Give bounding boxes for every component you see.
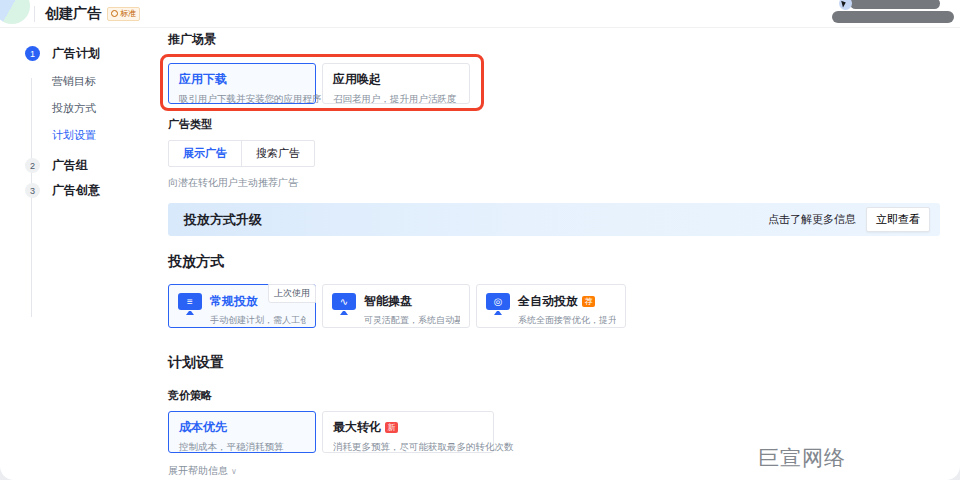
plan-substeps: 营销目标 投放方式 计划设置 [52,74,155,143]
badge-circle-icon [111,10,118,17]
main-content: 推广场景 应用下载 吸引用户下载并安装您的应用程序 应用唤起 召回老用户，提升用… [155,28,960,480]
auto-delivery-icon: ◎ [486,293,510,315]
promo-scene-label: 推广场景 [168,31,940,48]
chevron-down-icon: ∨ [231,467,237,476]
ad-type-segment: 展示广告 搜索广告 [168,140,315,167]
recommended-badge: 荐 [582,296,595,307]
step-number: 2 [25,158,40,173]
promo-card-app-download[interactable]: 应用下载 吸引用户下载并安装您的应用程序 [168,63,316,104]
step-number: 3 [25,183,40,198]
manual-delivery-icon: ≡ [178,293,202,315]
brand-logo [0,0,30,24]
bidding-strategy-label: 竞价策略 [168,388,940,403]
step-label: 广告组 [52,157,88,174]
promo-card-app-reengage[interactable]: 应用唤起 召回老用户，提升用户活跃度 [322,63,470,104]
sidebar-step-ad-plan[interactable]: 1 广告计划 [25,45,155,62]
sidebar-step-ad-creative[interactable]: 3 广告创意 [25,182,155,199]
steps-sidebar: 1 广告计划 营销目标 投放方式 计划设置 2 广告组 3 广告创意 [0,28,155,480]
top-header: 创建广告 标准 [0,0,960,28]
banner-more-link[interactable]: 点击了解更多信息 [768,212,856,227]
sidebar-item-delivery-method[interactable]: 投放方式 [52,101,155,116]
account-info-redacted[interactable] [804,0,954,26]
delivery-card-smart-console[interactable]: ∿ 智能操盘 可灵活配置，系统自动基建和调控 [322,284,470,328]
step-label: 广告计划 [52,45,100,62]
step-label: 广告创意 [52,182,100,199]
delivery-upgrade-banner: 投放方式升级 点击了解更多信息 立即查看 [168,203,940,236]
expand-help-link[interactable]: 展开帮助信息 ∨ [168,464,237,478]
sidebar-item-plan-settings[interactable]: 计划设置 [52,128,155,143]
redacted-pill [850,0,940,9]
bidding-card-cost-first[interactable]: 成本优先 控制成本，平稳消耗预算 [168,411,316,453]
redacted-pill [832,11,954,23]
delivery-method-title: 投放方式 [168,253,940,271]
standard-mode-badge: 标准 [107,7,140,21]
create-ad-page: 创建广告 标准 1 广告计划 营销目标 投放方式 计划设置 2 [0,0,960,480]
cursor-icon [839,0,852,10]
last-used-tag: 上次使用 [268,284,316,303]
agency-watermark: 巨宣网络 [758,444,846,472]
ad-type-option-display[interactable]: 展示广告 [169,141,241,166]
page-title: 创建广告 [45,5,101,23]
delivery-card-full-auto[interactable]: ◎ 全自动投放 荐 系统全面接管优化，提升跑量效果 [476,284,626,328]
ad-type-label: 广告类型 [168,117,940,132]
sidebar-step-ad-group[interactable]: 2 广告组 [25,157,155,174]
step-number: 1 [25,46,40,61]
bidding-card-max-conversion[interactable]: 最大转化 新 消耗更多预算，尽可能获取最多的转化次数 [322,411,494,453]
sidebar-item-marketing-goal[interactable]: 营销目标 [52,74,155,89]
smart-console-icon: ∿ [332,293,356,315]
ad-type-option-search[interactable]: 搜索广告 [241,141,314,166]
banner-view-now-button[interactable]: 立即查看 [866,207,930,232]
header-divider [34,6,35,22]
new-badge: 新 [385,422,398,433]
banner-title: 投放方式升级 [184,211,262,229]
plan-settings-title: 计划设置 [168,354,940,372]
delivery-card-manual[interactable]: ≡ 常规投放 手动创建计划，需人工创编和盯盘 上次使用 [168,284,316,328]
ad-type-helper-text: 向潜在转化用户主动推荐广告 [168,176,940,190]
